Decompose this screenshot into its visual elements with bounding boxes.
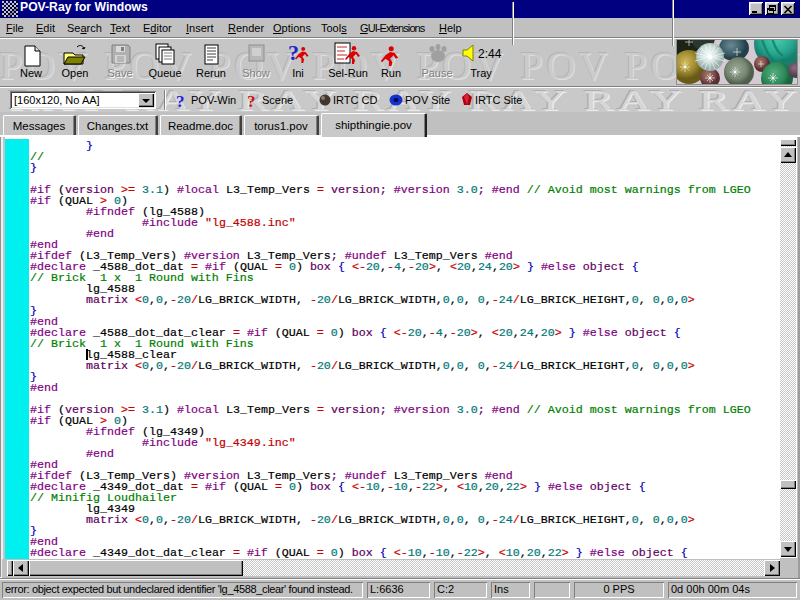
svg-text:?: ? — [288, 42, 299, 65]
